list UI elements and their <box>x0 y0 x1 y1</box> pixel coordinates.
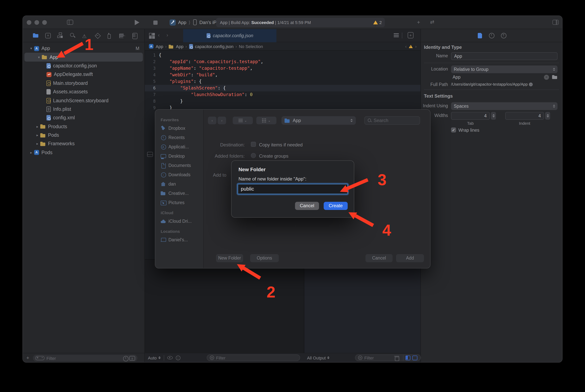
recent-files-icon[interactable] <box>123 356 127 360</box>
sidebar-item-dan[interactable]: dan <box>155 179 203 189</box>
close-window-button[interactable] <box>27 20 31 25</box>
disclosure-icon[interactable]: ▾ <box>28 46 34 50</box>
breadcrumb-item-app[interactable]: App <box>176 44 183 48</box>
back-icon[interactable]: ‹ <box>158 32 160 38</box>
tag-icon[interactable] <box>119 32 125 38</box>
add-button[interactable]: Add <box>396 254 424 262</box>
show-variables-pane-icon[interactable] <box>405 356 410 360</box>
zoom-window-button[interactable] <box>42 20 47 25</box>
related-items-icon[interactable] <box>149 33 154 38</box>
tree-item-pods[interactable]: ▸Pods <box>23 131 144 140</box>
reveal-path-icon[interactable] <box>529 82 533 86</box>
tree-item-assets-xcassets[interactable]: Assets.xcassets <box>23 88 144 96</box>
hierarchy-icon[interactable] <box>57 32 63 38</box>
minimize-window-button[interactable] <box>34 20 39 25</box>
tab-capacitor-config[interactable]: capacitor.config.json <box>183 29 276 42</box>
sidebar-item-downloads[interactable]: Downloads <box>155 170 203 179</box>
search-icon[interactable] <box>70 32 75 38</box>
x-square-icon[interactable] <box>45 33 51 38</box>
sidebar-item-daniel-s[interactable]: Daniel's... <box>155 235 203 244</box>
copy-items-checkbox[interactable] <box>251 142 256 147</box>
folder-name-input[interactable]: public <box>238 184 348 194</box>
filter-options-icon[interactable] <box>35 356 44 360</box>
tab-width-field[interactable]: 4 <box>451 112 490 120</box>
disclosure-icon[interactable]: ▸ <box>34 142 40 146</box>
tree-item-main-storyboard[interactable]: Main.storyboard <box>23 79 144 88</box>
indent-width-stepper[interactable] <box>545 112 550 120</box>
add-editor-icon[interactable] <box>408 32 414 38</box>
group-view-select[interactable]: ⌄ <box>256 116 276 124</box>
indent-using-select[interactable]: Spaces <box>451 102 558 110</box>
options-button[interactable]: Options <box>250 254 279 262</box>
disclosure-icon[interactable]: ▾ <box>36 55 42 59</box>
tree-item-products[interactable]: ▸Products <box>23 122 144 131</box>
version-editor-icon[interactable]: ⇄ <box>430 19 434 25</box>
activity-status-bar[interactable]: App | Build App: Succeeded | 1/4/21 at 5… <box>216 18 385 27</box>
spray-icon[interactable] <box>107 32 113 38</box>
navigator-toggle-icon[interactable] <box>67 20 73 25</box>
cancel-button[interactable]: Cancel <box>295 202 319 210</box>
tree-item-config-xml[interactable]: config.xml <box>23 114 144 122</box>
sidebar-item-documents[interactable]: Documents <box>155 161 203 170</box>
sidebar-item-recents[interactable]: Recents <box>155 133 203 142</box>
scheme-name[interactable]: App <box>178 20 186 25</box>
indent-width-field[interactable]: 4 <box>505 112 544 120</box>
add-button-toolbar[interactable]: + <box>417 19 420 25</box>
create-groups-radio[interactable] <box>251 153 256 158</box>
create-button[interactable]: Create <box>324 202 348 210</box>
wrap-lines-checkbox[interactable] <box>451 128 456 132</box>
tree-item-launchscreen-storyboard[interactable]: LaunchScreen.storyboard <box>23 96 144 105</box>
next-issue-icon[interactable]: › <box>415 44 417 49</box>
disclosure-icon[interactable]: ▸ <box>28 151 34 154</box>
console-scope-select[interactable]: All Output <box>307 356 326 360</box>
breadcrumb-item-no-selection[interactable]: No Selection <box>239 44 263 48</box>
tree-item-app[interactable]: ▾App <box>24 53 143 62</box>
disclosure-icon[interactable]: ▸ <box>34 124 40 128</box>
variables-filter-field[interactable]: Filter <box>207 354 300 361</box>
location-select[interactable]: Relative to Group <box>451 66 558 73</box>
help-inspector-icon[interactable] <box>501 33 506 38</box>
info-icon[interactable] <box>176 356 180 360</box>
tree-item-capacitor-config-json[interactable]: capacitor.config.json <box>23 62 144 70</box>
folder-icon[interactable] <box>33 32 39 38</box>
clear-location-icon[interactable] <box>544 75 549 80</box>
variables-scope-select[interactable]: Auto <box>148 356 157 360</box>
inspector-toggle-icon[interactable] <box>553 20 559 25</box>
current-folder-select[interactable]: App <box>281 116 356 125</box>
tree-item-app[interactable]: ▾AppM <box>23 44 144 53</box>
back-button[interactable]: ‹ <box>208 116 216 124</box>
tree-item-info-plist[interactable]: Info.plist <box>23 105 144 114</box>
new-folder-button[interactable]: New Folder <box>216 254 243 262</box>
sidebar-item-desktop[interactable]: Desktop <box>155 152 203 161</box>
name-field[interactable]: App <box>451 52 558 60</box>
console-filter-field[interactable]: Filter <box>355 354 421 361</box>
breadcrumb-item-app[interactable]: App <box>156 44 163 48</box>
warning-icon[interactable] <box>82 32 88 38</box>
warning-icon[interactable] <box>409 45 413 48</box>
disclosure-icon[interactable]: ▸ <box>34 133 40 137</box>
forward-icon[interactable]: › <box>166 32 168 38</box>
search-field[interactable]: Search <box>364 116 420 125</box>
forward-button[interactable]: › <box>218 116 226 124</box>
sidebar-item-icloud-dri[interactable]: iCloud Dri... <box>155 216 203 226</box>
tree-item-pods[interactable]: ▸Pods <box>23 148 144 157</box>
sidebar-item-creative[interactable]: Creative... <box>155 189 203 198</box>
sidebar-item-pictures[interactable]: Pictures <box>155 198 203 207</box>
list-view-select[interactable]: ⌄ <box>233 116 253 124</box>
tree-item-appdelegate-swift[interactable]: AppDelegate.swift <box>23 70 144 79</box>
diamond-icon[interactable] <box>94 32 100 38</box>
sidebar-item-dropbox[interactable]: Dropbox <box>155 124 203 133</box>
file-inspector-icon[interactable] <box>478 33 482 38</box>
choose-folder-icon[interactable] <box>552 75 558 80</box>
stop-button[interactable] <box>153 20 158 25</box>
source-control-filter-icon[interactable] <box>129 356 135 360</box>
tree-item-frameworks[interactable]: ▸Frameworks <box>23 140 144 148</box>
tab-width-stepper[interactable] <box>491 112 496 120</box>
run-button[interactable] <box>135 20 139 25</box>
quicklook-icon[interactable] <box>167 356 172 360</box>
navigator-filter-field[interactable]: Filter <box>33 355 137 362</box>
code-review-icon[interactable] <box>394 33 399 38</box>
show-console-pane-icon[interactable] <box>412 356 417 360</box>
clear-console-icon[interactable] <box>395 356 399 360</box>
list-icon[interactable] <box>132 32 137 38</box>
